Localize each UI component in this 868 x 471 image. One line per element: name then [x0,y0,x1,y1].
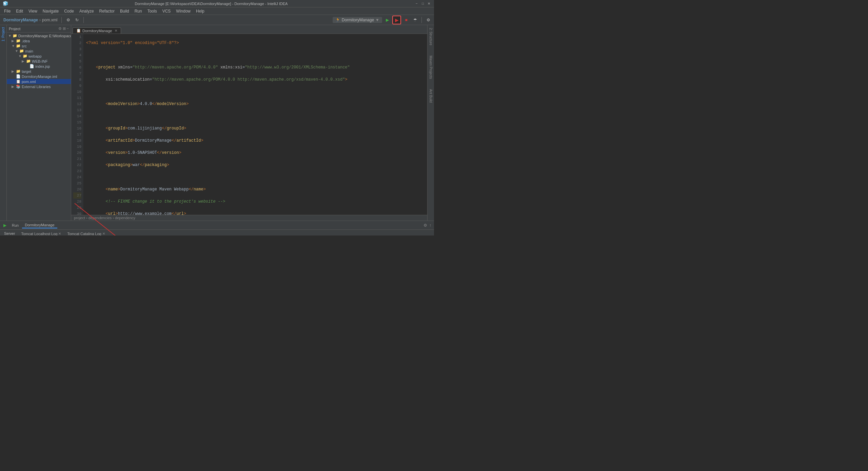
run-button[interactable]: ▶ [383,16,391,24]
tree-item-pom[interactable]: ▶ 📋 pom.xml [7,79,71,84]
tree-label-idea: .idea [22,39,30,43]
toolbar-separator-2 [83,17,84,23]
right-sidebar: 2: Structure Maven Projects Ant Build [427,25,434,221]
title-bar: 🧊 DormitoryManage [E:\Workspace\IDEA\Dor… [0,0,434,7]
menu-item-tools[interactable]: Tools [145,8,160,14]
menu-item-view[interactable]: View [26,8,40,14]
project-settings-btn[interactable]: ⊞ [63,26,66,31]
tree-arrow-idea: ▶ [12,39,15,43]
tree-label-src: src [22,44,27,48]
run-config-label: DormitoryManage [342,18,374,22]
file-iml-icon: 📄 [16,74,21,79]
maven-tab[interactable]: Maven Projects [428,54,433,80]
folder-webapp-icon: 📁 [23,54,27,58]
dormitorymanage-tab[interactable]: DormitoryManage [22,222,57,228]
tomcat-localhost-close[interactable]: ✕ [58,232,61,236]
tree-arrow-root: ▼ [8,34,12,38]
tree-item-main[interactable]: ▼ 📁 main [7,48,71,54]
menu-item-refactor[interactable]: Refactor [97,8,117,14]
tree-item-idea[interactable]: ▶ 📁 .idea [7,38,71,43]
bottom-panel-tabs: ▶ Run DormitoryManage ⚙ ↑ [0,221,434,230]
file-jsp-icon: 📄 [29,64,34,68]
tree-arrow-webinf: ▶ [22,59,25,63]
toolbar: DormitoryManage › pom.xml ⚙ ↻ 🏃 Dormitor… [0,15,434,25]
maximize-button[interactable]: □ [420,1,425,6]
menu-item-run[interactable]: Run [132,8,145,14]
toolbar-breadcrumb: DormitoryManage › pom.xml [2,18,59,22]
run-config[interactable]: 🏃 DormitoryManage ▼ [333,17,382,23]
code-content[interactable]: <?xml version="1.0" encoding="UTF-8"?> <… [83,34,427,215]
menu-item-help[interactable]: Help [193,8,207,14]
structure-tab[interactable]: 2: Structure [428,26,433,47]
menu-item-build[interactable]: Build [117,8,132,14]
stop-button[interactable]: ■ [402,16,410,24]
toolbar-sync-btn[interactable]: ↻ [73,16,81,24]
tree-arrow-extlibs: ▶ [12,85,15,88]
tree-item-indexjsp[interactable]: ▶ 📄 index.jsp [7,64,71,69]
project-gear-btn[interactable]: ⚙ [58,26,62,31]
toolbar-settings-btn[interactable]: ⚙ [64,16,72,24]
code-editor[interactable]: 123 456 789 101112 131415 161718 192021 … [71,34,427,215]
menu-item-analyze[interactable]: Analyze [77,8,97,14]
tree-item-src[interactable]: ▼ 📁 src [7,43,71,48]
file-pom-icon: 📋 [16,79,21,84]
project-tab[interactable]: 1: Project [1,26,6,43]
tree-item-target[interactable]: ▶ 📁 target [7,69,71,74]
project-collapse-btn[interactable]: − [67,26,69,31]
tomcat-localhost-tab[interactable]: Tomcat Localhost Log ✕ [18,231,64,236]
menu-item-edit[interactable]: Edit [13,8,26,14]
tree-label-extlibs: External Libraries [22,85,51,89]
editor-breadcrumb: project › dependencies › dependency [71,215,427,221]
menu-item-vcs[interactable]: VCS [160,8,174,14]
tree-label-root: DormitoryManage E:\Workspace\IDEA\Dormit… [18,34,71,38]
menu-item-window[interactable]: Window [173,8,193,14]
server-tab[interactable]: Server [1,231,18,236]
tree-item-webapp[interactable]: ▼ 📁 webapp [7,54,71,59]
project-panel: Project ⚙ ⊞ − ▼ 📁 DormitoryManage E:\Wor… [7,25,71,221]
minimize-button[interactable]: − [414,1,419,6]
tree-item-extlibs[interactable]: ▶ 📚 External Libraries [7,84,71,89]
bottom-panel-settings[interactable]: ⚙ [423,223,427,228]
tree-item-iml[interactable]: ▶ 📄 DormitoryManage.iml [7,74,71,79]
toolbar-separator-3 [421,17,422,23]
run-tab[interactable]: Run [9,223,21,228]
folder-src-icon: 📁 [16,44,21,48]
tree-label-target: target [22,69,31,74]
tree-arrow-webapp: ▼ [18,54,22,58]
tree-label-pom: pom.xml [22,80,36,84]
menu-item-file[interactable]: File [1,8,13,14]
extlibs-icon: 📚 [16,84,21,89]
tree-arrow-target: ▶ [12,69,15,73]
folder-main-icon: 📁 [19,49,24,53]
tomcat-catalina-label: Tomcat Catalina Log [67,232,101,236]
bottom-panel-minimize[interactable]: ↑ [428,223,433,228]
tree-label-webapp: webapp [28,54,42,58]
project-breadcrumb[interactable]: DormitoryManage [3,18,38,22]
debug-button[interactable]: ▶ [392,16,401,24]
settings-gear[interactable]: ⚙ [425,16,432,24]
menu-item-code[interactable]: Code [61,8,77,14]
menu-item-navigate[interactable]: Navigate [40,8,61,14]
project-header-actions: ⚙ ⊞ − [58,26,69,31]
run-config-icon: 🏃 [335,18,340,22]
editor-tab-icon: 📋 [76,28,81,33]
tree-label-main: main [25,49,33,53]
server-tabs-row: Server Tomcat Localhost Log ✕ Tomcat Cat… [0,230,434,236]
editor-tab-dormitorymanage[interactable]: 📋 DormitoryManage ✕ [73,27,121,34]
tomcat-catalina-close[interactable]: ✕ [102,232,105,236]
editor-tab-close[interactable]: ✕ [115,29,117,33]
bottom-panel: ▶ Run DormitoryManage ⚙ ↑ Server Tomcat … [0,221,434,236]
run-tab-icon[interactable]: ▶ [1,222,8,228]
tree-item-webinf[interactable]: ▶ 📁 WEB-INF [7,59,71,64]
tree-item-root[interactable]: ▼ 📁 DormitoryManage E:\Workspace\IDEA\Do… [7,33,71,38]
ant-tab[interactable]: Ant Build [428,88,433,104]
main-content: 1: Project Project ⚙ ⊞ − ▼ 📁 DormitoryMa… [0,25,434,221]
left-sidebar-tabs: 1: Project [0,25,7,221]
editor-area: 📋 DormitoryManage ✕ 123 456 789 101112 1… [71,25,427,221]
app-icon: 🧊 [3,1,8,6]
tomcat-catalina-tab[interactable]: Tomcat Catalina Log ✕ [64,231,107,236]
close-button[interactable]: ✕ [427,1,431,6]
line-numbers: 123 456 789 101112 131415 161718 192021 … [71,34,83,215]
coverage-button[interactable]: ☂ [411,16,419,24]
file-breadcrumb[interactable]: pom.xml [42,18,57,22]
